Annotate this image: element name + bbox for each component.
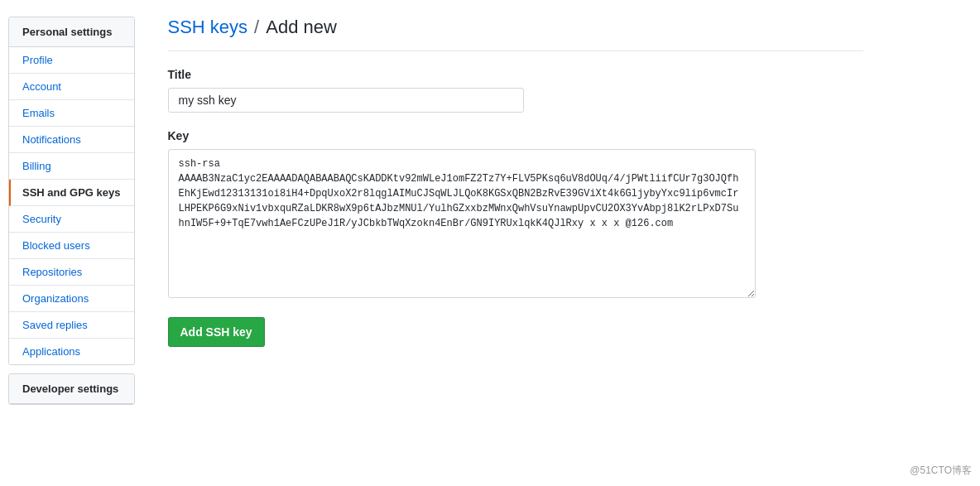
key-textarea[interactable] — [168, 149, 756, 298]
page-header: SSH keys / Add new — [168, 17, 863, 51]
sidebar-item-account[interactable]: Account — [9, 74, 134, 100]
sidebar-item-saved-replies[interactable]: Saved replies — [9, 312, 134, 339]
sidebar-item-applications[interactable]: Applications — [9, 339, 134, 364]
title-label: Title — [168, 68, 863, 81]
add-ssh-key-button[interactable]: Add SSH key — [168, 317, 265, 347]
key-label: Key — [168, 129, 863, 142]
sidebar-item-ssh-gpg-keys[interactable]: SSH and GPG keys — [9, 180, 134, 206]
watermark: @51CTO博客 — [910, 464, 972, 478]
sidebar-item-repositories[interactable]: Repositories — [9, 259, 134, 286]
title-input[interactable] — [168, 88, 524, 113]
personal-settings-header: Personal settings — [9, 17, 134, 47]
sidebar-item-emails[interactable]: Emails — [9, 100, 134, 127]
sidebar-item-notifications[interactable]: Notifications — [9, 127, 134, 153]
sidebar-item-organizations[interactable]: Organizations — [9, 286, 134, 312]
breadcrumb-separator: / — [254, 17, 259, 38]
sidebar-item-security[interactable]: Security — [9, 206, 134, 233]
title-group: Title — [168, 68, 863, 113]
sidebar: Personal settings Profile Account Emails… — [0, 0, 143, 486]
sidebar-item-billing[interactable]: Billing — [9, 153, 134, 180]
breadcrumb-link[interactable]: SSH keys — [168, 17, 248, 38]
main-content: SSH keys / Add new Title Key Add SSH key — [143, 0, 888, 486]
breadcrumb-current: Add new — [266, 17, 337, 38]
sidebar-item-blocked-users[interactable]: Blocked users — [9, 233, 134, 259]
developer-settings-header: Developer settings — [9, 374, 134, 404]
key-group: Key — [168, 129, 863, 301]
sidebar-item-profile[interactable]: Profile — [9, 47, 134, 74]
